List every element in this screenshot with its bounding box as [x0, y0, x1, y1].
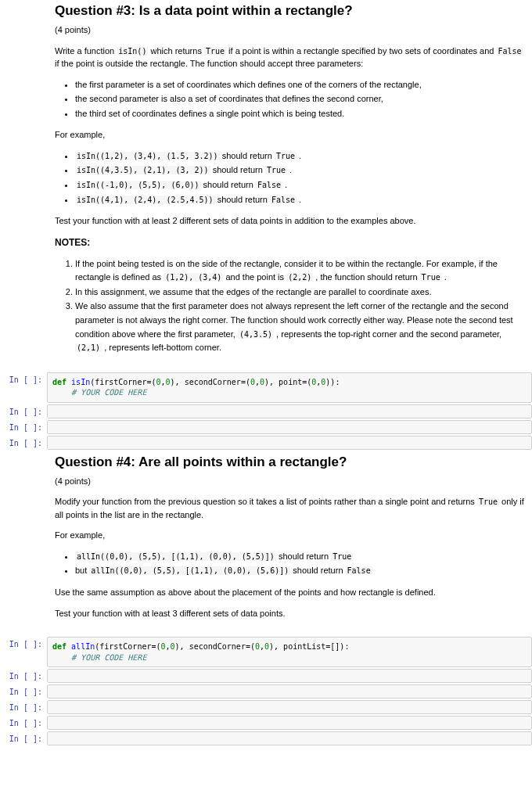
code-area[interactable]: def isIn(firstCorner=(0,0), secondCorner… [47, 372, 532, 403]
code-content[interactable] [47, 436, 532, 450]
input-prompt: In [ ]: [0, 372, 47, 403]
inline-code: allIn((0,0), (5,5), [(1,1), (0,0), (5,6)… [89, 566, 290, 575]
input-prompt: In [ ]: [0, 684, 47, 699]
code-content[interactable] [47, 684, 532, 699]
markdown-cell-q3: Question #3: Is a data point within a re… [0, 0, 532, 371]
q4-examples: allIn((0,0), (5,5), [(1,1), (0,0), (5,5)… [75, 550, 524, 578]
code-area[interactable] [47, 700, 532, 714]
markdown-cell-q4: Question #4: Are all points within a rec… [0, 451, 532, 635]
list-item: In this assignment, we assume that the e… [75, 286, 524, 300]
code-cell-allin: In [ ]: def allIn(firstCorner=(0,0), sec… [0, 637, 532, 667]
for-example: For example, [55, 128, 524, 142]
for-example: For example, [55, 529, 524, 542]
input-prompt: In [ ]: [0, 436, 47, 450]
inline-code: isIn((4,3.5), (2,1), (3, 2)) [75, 166, 210, 174]
input-prompt: In [ ]: [0, 731, 47, 745]
q4-intro: Modify your function from the previous q… [55, 495, 524, 521]
prompt-empty [0, 451, 47, 635]
prompt-empty [0, 0, 47, 371]
list-item: the first parameter is a set of coordina… [75, 78, 524, 92]
code-content[interactable] [47, 404, 532, 418]
code-content[interactable] [47, 420, 532, 434]
q3-examples: isIn((1,2), (3,4), (1.5, 3.2)) should re… [75, 149, 524, 207]
inline-code: isIn() [117, 47, 148, 56]
code-cell-empty: In [ ]: [0, 700, 532, 714]
code-cell-empty: In [ ]: [0, 420, 532, 434]
inline-code: True [331, 552, 353, 561]
inline-code: isIn((1,2), (3,4), (1.5, 3.2)) [75, 152, 220, 160]
list-item: isIn((4,3.5), (2,1), (3, 2)) should retu… [75, 163, 524, 178]
q3-title: Question #3: Is a data point within a re… [55, 3, 524, 19]
inline-code: (1,2), (3,4) [164, 273, 223, 282]
markdown-content: Question #4: Are all points within a rec… [47, 451, 532, 635]
q3-points: (4 points) [55, 23, 524, 37]
inline-code: True [204, 47, 226, 56]
inline-code: isIn((-1,0), (5,5), (6,0)) [75, 181, 201, 189]
inline-code: True [275, 152, 297, 160]
inline-code: True [477, 497, 499, 506]
list-item: the second parameter is also a set of co… [75, 92, 524, 106]
q4-test-instruction: Test your function with at least 3 diffe… [55, 607, 524, 620]
code-cell-empty: In [ ]: [0, 404, 532, 418]
input-prompt: In [ ]: [0, 669, 47, 683]
list-item: the third set of coordinates defines a s… [75, 107, 524, 121]
code-content[interactable] [47, 716, 532, 730]
code-cell-empty: In [ ]: [0, 716, 532, 730]
list-item: If the point being tested is on the side… [75, 257, 524, 285]
inline-code: True [420, 273, 442, 282]
q4-points: (4 points) [55, 475, 524, 488]
code-area[interactable] [47, 716, 532, 730]
code-area[interactable] [47, 436, 532, 450]
code-cell-empty: In [ ]: [0, 684, 532, 699]
input-prompt: In [ ]: [0, 420, 47, 434]
list-item: allIn((0,0), (5,5), [(1,1), (0,0), (5,5)… [75, 550, 524, 564]
inline-code: True [265, 166, 287, 174]
code-content[interactable] [47, 669, 532, 683]
list-item: isIn((1,2), (3,4), (1.5, 3.2)) should re… [75, 149, 524, 163]
code-cell-empty: In [ ]: [0, 436, 532, 450]
inline-code: False [270, 196, 297, 204]
code-area[interactable]: def allIn(firstCorner=(0,0), secondCorne… [47, 637, 532, 667]
list-item: We also assume that the first parameter … [75, 300, 524, 354]
inline-code: False [256, 181, 282, 189]
code-area[interactable] [47, 404, 532, 418]
inline-code: False [346, 566, 372, 575]
inline-code: False [497, 47, 523, 56]
code-cell-isin: In [ ]: def isIn(firstCorner=(0,0), seco… [0, 372, 532, 403]
inline-code: (2,1) [75, 343, 102, 352]
code-cell-empty: In [ ]: [0, 731, 532, 745]
inline-code: (4,3.5) [238, 330, 274, 339]
markdown-content: Question #3: Is a data point within a re… [47, 0, 532, 371]
code-content[interactable] [47, 700, 532, 714]
input-prompt: In [ ]: [0, 716, 47, 730]
q3-test-instruction: Test your function with at least 2 diffe… [55, 214, 524, 228]
q4-assumption: Use the same assumption as above about t… [55, 586, 524, 599]
list-item: isIn((-1,0), (5,5), (6,0)) should return… [75, 178, 524, 192]
code-area[interactable] [47, 420, 532, 434]
q4-title: Question #4: Are all points within a rec… [55, 454, 524, 470]
q3-intro: Write a function isIn() which returns Tr… [55, 45, 524, 70]
q3-params-list: the first parameter is a set of coordina… [75, 78, 524, 121]
inline-code: allIn((0,0), (5,5), [(1,1), (0,0), (5,5)… [75, 552, 276, 561]
input-prompt: In [ ]: [0, 637, 47, 667]
list-item: but allIn((0,0), (5,5), [(1,1), (0,0), (… [75, 564, 524, 578]
code-area[interactable] [47, 669, 532, 683]
code-content[interactable] [47, 731, 532, 745]
code-area[interactable] [47, 684, 532, 699]
code-cell-empty: In [ ]: [0, 669, 532, 683]
inline-code: (2,2) [286, 273, 313, 282]
notes-heading: NOTES: [55, 235, 524, 250]
inline-code: isIn((4,1), (2,4), (2.5,4.5)) [75, 196, 215, 204]
code-content[interactable]: def allIn(firstCorner=(0,0), secondCorne… [47, 637, 532, 667]
input-prompt: In [ ]: [0, 700, 47, 714]
code-area[interactable] [47, 731, 532, 745]
list-item: isIn((4,1), (2,4), (2.5,4.5)) should ret… [75, 193, 524, 207]
input-prompt: In [ ]: [0, 404, 47, 418]
code-content[interactable]: def isIn(firstCorner=(0,0), secondCorner… [47, 372, 532, 403]
notebook: Question #3: Is a data point within a re… [0, 0, 532, 745]
q3-notes-list: If the point being tested is on the side… [75, 257, 524, 355]
